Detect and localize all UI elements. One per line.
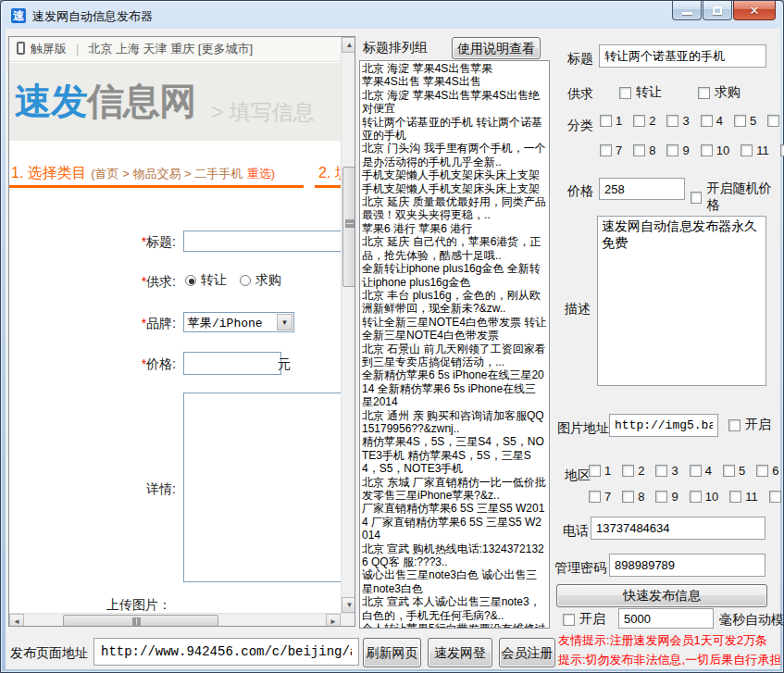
checkbox-icon[interactable] [666,144,678,156]
checkbox-icon[interactable] [666,115,678,127]
publish-url-input[interactable] [93,638,359,666]
minimize-button[interactable] [672,1,702,20]
right-price-input[interactable] [599,178,685,200]
radio-buy-label[interactable]: 求购 [255,272,281,289]
checkbox-icon[interactable] [756,465,768,477]
checkbox-icon[interactable] [622,465,634,477]
list-item[interactable]: 全新精仿苹果6 5s iPhone在线三星2014 全新精仿苹果6 5s iPh… [362,368,547,408]
image-toggle-checkbox[interactable]: 开启 [728,417,771,433]
admin-password-input[interactable] [609,554,765,577]
category-checkbox[interactable]: 7 [600,143,622,157]
list-item[interactable]: 北京 宣武 购机热线电话:13243721326 QQ客 服:???3.. [362,542,547,569]
checkbox-icon[interactable] [600,144,612,156]
horizontal-scroll-thumb[interactable] [63,615,218,627]
city-links[interactable]: 北京 上海 天津 重庆 [更多城市] [88,42,253,56]
area-checkbox[interactable]: 6 [756,464,778,478]
scroll-down-icon[interactable]: ▼ [342,597,355,613]
list-item[interactable]: 北京 门头沟 我手里有两个手机，一个是办活动得的手机几乎全新.. [362,142,547,168]
list-item[interactable]: 诚心出售三星note3白色 诚心出售三星note3白色 [362,568,547,595]
category-checkbox[interactable]: 3 [666,114,689,128]
list-item[interactable]: 精仿苹果4S，5S，三星S4，S5，NOTE3手机 精仿苹果4S，5S，三星S4… [362,435,547,475]
checkbox-icon[interactable] [728,419,740,431]
list-item[interactable]: 北京 海淀 苹果4S出售苹果 [362,62,547,75]
radio-buy[interactable] [240,275,251,286]
list-item[interactable]: 苹果6 港行 苹果6 港行 [362,222,547,235]
phone-input[interactable] [591,517,765,540]
checkbox-icon[interactable] [767,115,779,127]
vertical-scroll-thumb[interactable] [342,167,355,287]
checkbox-icon[interactable] [691,192,702,204]
area-checkbox[interactable]: 11 [729,490,758,504]
login-button[interactable]: 速发网登录 [428,638,492,667]
area-checkbox[interactable]: 4 [690,464,712,478]
publish-button[interactable]: 快速发布信息 [556,584,767,607]
form-title-input[interactable] [183,231,342,252]
area-checkbox[interactable]: 2 [622,464,644,478]
browser-horizontal-scrollbar[interactable]: ◄ ► [9,613,355,627]
area-checkbox[interactable]: 5 [723,464,745,478]
checkbox-icon[interactable] [600,115,612,127]
area-checkbox[interactable]: 7 [589,490,611,504]
checkbox-icon[interactable] [780,144,784,156]
form-price-input[interactable] [183,352,281,375]
list-item[interactable]: 北京 通州 亲 购买和咨询请加客服QQ 15179956??&zwnj.. [362,409,547,436]
list-item[interactable]: 个人转让苹果5行白带发票没有维修过外观有78成新便 个人转让苹果5行白带发票没有… [362,622,547,629]
area-checkbox[interactable]: 10 [690,490,718,504]
auto-mode-checkbox[interactable]: 开启 [563,611,605,628]
touch-version-link[interactable]: 触屏版 [31,42,67,56]
checkbox-icon[interactable] [698,87,710,99]
checkbox-icon[interactable] [563,614,575,626]
checkbox-icon[interactable] [734,115,746,127]
list-item[interactable]: 全新转让iphone plus16g金色 全新转让iphone plus16g金… [362,262,547,289]
category-checkbox[interactable]: 2 [633,114,655,128]
category-checkbox[interactable]: 6 [767,114,784,128]
area-checkbox[interactable]: 12 [769,490,784,504]
image-url-input[interactable] [609,414,718,437]
checkbox-icon[interactable] [690,465,702,477]
form-detail-textarea[interactable] [183,393,343,582]
checkbox-icon[interactable] [589,491,601,503]
list-item[interactable]: 北京 丰台 plus16g，金色的，刚从欧洲新鲜带回，现全新未?&zw.. [362,289,547,316]
checkbox-icon[interactable] [622,491,634,503]
refresh-page-button[interactable]: 刷新网页 [363,638,421,667]
category-checkbox[interactable]: 5 [734,114,756,128]
random-price-checkbox[interactable]: 开启随机价格 [691,181,780,214]
list-item[interactable]: 苹果4S出售 苹果4S出售 [362,75,547,88]
checkbox-icon[interactable] [690,491,702,503]
category-checkbox[interactable]: 9 [666,143,689,157]
checkbox-icon[interactable] [655,491,667,503]
title-listbox[interactable]: 北京 海淀 苹果4S出售苹果苹果4S出售 苹果4S出售北京 海淀 苹果4S出售苹… [359,60,550,629]
area-checkbox[interactable]: 3 [655,464,678,478]
checkbox-icon[interactable] [633,115,645,127]
list-item[interactable]: 北京 宣武 本人诚心出售三星note3，白色的，手机无任何毛病?&.. [362,595,547,622]
list-item[interactable]: 手机支架懒人手机支架床头床上支架 手机支架懒人手机支架床头床上支架 [362,168,547,195]
list-item[interactable]: 转让全新三星NOTE4白色带发票 转让全新三星NOTE4白色带发票 [362,316,547,343]
checkbox-icon[interactable] [589,465,601,477]
dropdown-arrow-icon[interactable]: ▼ [277,314,292,330]
checkbox-icon[interactable] [729,491,741,503]
category-checkbox[interactable]: 8 [633,143,655,157]
category-checkbox[interactable]: 12 [780,143,784,157]
checkbox-icon[interactable] [701,115,713,127]
site-logo[interactable]: 速发信息网 [15,76,195,127]
radio-transfer-label[interactable]: 转让 [201,272,227,289]
checkbox-icon[interactable] [619,87,631,99]
checkbox-icon[interactable] [723,465,735,477]
list-item[interactable]: 转让两个诺基亚的手机 转让两个诺基亚的手机 [362,116,547,143]
register-button[interactable]: 会员注册 [499,638,555,667]
category-checkbox[interactable]: 1 [600,114,622,128]
checkbox-icon[interactable] [633,144,645,156]
area-checkbox[interactable]: 9 [655,490,678,504]
maximize-button[interactable] [703,1,732,20]
supply-buy-checkbox[interactable]: 求购 [698,84,740,101]
list-item[interactable]: 北京 东城 厂家直销精仿一比一低价批发零售三星iPhone苹果?&z.. [362,476,547,503]
list-item[interactable]: 北京 延庆 自己代的，苹果6港货，正品，抢先体验，酷感十足哦.. [362,235,547,262]
area-checkbox[interactable]: 1 [589,464,611,478]
category-checkbox[interactable]: 10 [701,143,729,157]
checkbox-icon[interactable] [655,465,667,477]
brand-dropdown[interactable]: 苹果/iPhone ▼ [183,312,294,332]
browser-vertical-scrollbar[interactable]: ▲ ▼ [341,37,355,613]
reselect-link[interactable]: 重选) [247,167,275,181]
right-desc-textarea[interactable]: 速发网自动信息发布器永久免费 [597,216,766,386]
list-item[interactable]: 厂家直销精仿苹果6 5S 三星S5 W2014 厂家直销精仿苹果6 5S 三星S… [362,502,547,542]
